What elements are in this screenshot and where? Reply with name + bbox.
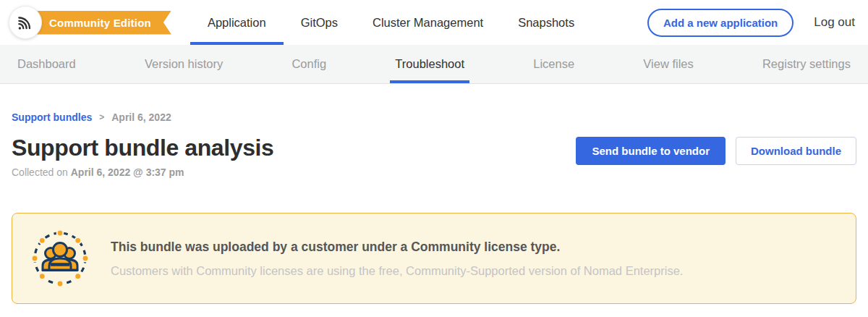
breadcrumb-support-bundles-link[interactable]: Support bundles xyxy=(12,111,92,123)
collected-prefix: Collected on xyxy=(12,166,71,178)
community-people-icon xyxy=(30,228,90,289)
notice-text: This bundle was uploaded by a customer u… xyxy=(111,240,683,278)
primary-tabs: Application GitOps Cluster Management Sn… xyxy=(190,0,592,45)
bundle-actions: Send bundle to vendor Download bundle xyxy=(576,135,856,165)
send-bundle-to-vendor-button[interactable]: Send bundle to vendor xyxy=(576,137,726,165)
title-block: Support bundle analysis Collected on Apr… xyxy=(12,135,273,178)
breadcrumb: Support bundles > April 6, 2022 xyxy=(12,111,856,123)
subnav-item-view-files[interactable]: View files xyxy=(643,45,693,83)
notice-body: Customers with Community licenses are us… xyxy=(111,264,683,278)
app-sub-navigation: Dashboard Version history Config Trouble… xyxy=(0,45,868,84)
subnav-item-troubleshoot[interactable]: Troubleshoot xyxy=(395,45,464,83)
replicated-logo-icon xyxy=(16,13,35,32)
collected-date: April 6, 2022 @ 3:37 pm xyxy=(71,166,184,178)
tab-snapshots[interactable]: Snapshots xyxy=(501,0,592,45)
notice-heading: This bundle was uploaded by a customer u… xyxy=(111,240,683,255)
breadcrumb-separator: > xyxy=(99,112,104,122)
download-bundle-button[interactable]: Download bundle xyxy=(736,137,856,165)
community-license-notice: This bundle was uploaded by a customer u… xyxy=(12,213,856,304)
subnav-item-license[interactable]: License xyxy=(533,45,574,83)
subnav-item-dashboard[interactable]: Dashboard xyxy=(17,45,76,83)
collected-timestamp: Collected on April 6, 2022 @ 3:37 pm xyxy=(12,166,273,178)
add-new-application-button[interactable]: Add a new application xyxy=(647,9,793,37)
community-edition-badge: Community Edition xyxy=(23,11,171,35)
main-content: Support bundles > April 6, 2022 Support … xyxy=(0,111,868,304)
tab-cluster-management[interactable]: Cluster Management xyxy=(355,0,501,45)
top-navigation: Community Edition Application GitOps Clu… xyxy=(0,0,868,45)
topnav-right: Add a new application Log out xyxy=(647,9,855,37)
subnav-item-registry-settings[interactable]: Registry settings xyxy=(762,45,851,83)
tab-application[interactable]: Application xyxy=(190,0,284,45)
page-header: Support bundle analysis Collected on Apr… xyxy=(12,135,856,178)
brand: Community Edition xyxy=(9,6,171,39)
logout-link[interactable]: Log out xyxy=(814,15,855,30)
subnav-item-config[interactable]: Config xyxy=(292,45,326,83)
page-title: Support bundle analysis xyxy=(12,135,273,161)
breadcrumb-current: April 6, 2022 xyxy=(111,111,171,123)
tab-gitops[interactable]: GitOps xyxy=(284,0,355,45)
subnav-item-version-history[interactable]: Version history xyxy=(145,45,223,83)
replicated-logo[interactable] xyxy=(9,6,42,39)
